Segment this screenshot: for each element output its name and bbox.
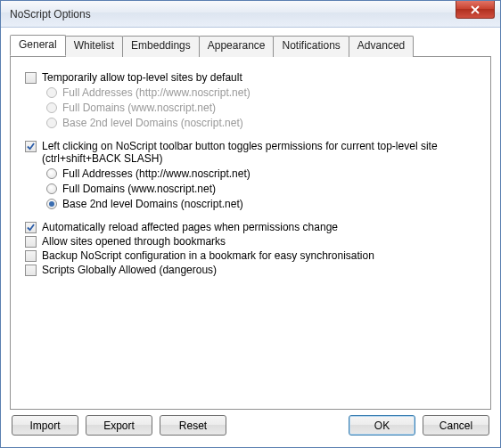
radio-temp-base-domains xyxy=(46,118,57,128)
reset-button[interactable]: Reset xyxy=(160,415,226,436)
checkbox-left-click-label: Left clicking on NoScript toolbar button… xyxy=(42,140,476,165)
checkbox-left-click[interactable] xyxy=(25,141,37,152)
checkbox-scripts-global[interactable] xyxy=(25,265,37,276)
checkbox-temp-allow-label: Temporarily allow top-level sites by def… xyxy=(42,71,242,84)
button-label: Cancel xyxy=(439,419,472,432)
close-button[interactable] xyxy=(456,1,495,19)
button-label: Export xyxy=(103,419,135,432)
radio-label: Base 2nd level Domains (noscript.net) xyxy=(62,198,243,210)
radio-temp-full-addresses xyxy=(46,87,57,98)
tab-label: Notifications xyxy=(282,39,340,52)
checkbox-temp-allow[interactable] xyxy=(25,72,37,84)
ok-button[interactable]: OK xyxy=(349,415,415,436)
group-left-click: Left clicking on NoScript toolbar button… xyxy=(25,140,476,210)
group-temp-allow: Temporarily allow top-level sites by def… xyxy=(25,71,476,129)
window-title: NoScript Options xyxy=(10,8,91,20)
checkbox-allow-bookmarks[interactable] xyxy=(25,236,37,248)
tab-label: Embeddings xyxy=(131,39,191,52)
radio-label: Base 2nd level Domains (noscript.net) xyxy=(62,117,243,129)
radio-click-full-domains[interactable] xyxy=(46,183,57,194)
tab-label: Appearance xyxy=(208,39,266,52)
radio-click-base-domains[interactable] xyxy=(46,199,57,209)
radio-label: Full Addresses (http://www.noscript.net) xyxy=(62,86,250,99)
button-bar: Import Export Reset OK Cancel xyxy=(10,410,491,436)
button-label: Import xyxy=(29,419,60,432)
tab-appearance[interactable]: Appearance xyxy=(199,36,275,57)
radio-label: Full Domains (www.noscript.net) xyxy=(62,102,216,114)
tab-label: Advanced xyxy=(357,39,405,52)
checkbox-label: Backup NoScript configuration in a bookm… xyxy=(42,249,374,262)
tab-label: Whitelist xyxy=(74,39,114,52)
checkbox-auto-reload[interactable] xyxy=(25,222,37,233)
titlebar: NoScript Options xyxy=(1,1,500,28)
tabstrip: General Whitelist Embeddings Appearance … xyxy=(10,35,491,56)
checkbox-label: Scripts Globally Allowed (dangerous) xyxy=(42,264,217,276)
import-button[interactable]: Import xyxy=(12,415,78,436)
checkbox-backup-bookmark[interactable] xyxy=(25,250,37,262)
radio-temp-full-domains xyxy=(46,102,57,113)
content-area: General Whitelist Embeddings Appearance … xyxy=(1,28,500,444)
radio-label: Full Domains (www.noscript.net) xyxy=(62,183,216,195)
tab-notifications[interactable]: Notifications xyxy=(273,36,349,57)
radio-click-full-addresses[interactable] xyxy=(46,168,57,179)
tab-panel-general: Temporarily allow top-level sites by def… xyxy=(10,56,491,410)
checkbox-label: Automatically reload affected pages when… xyxy=(42,221,338,233)
radio-label: Full Addresses (http://www.noscript.net) xyxy=(62,167,250,180)
button-label: Reset xyxy=(179,419,207,432)
group-extras: Automatically reload affected pages when… xyxy=(25,221,476,276)
spacer xyxy=(234,415,341,436)
tab-advanced[interactable]: Advanced xyxy=(349,36,414,57)
checkbox-label: Allow sites opened through bookmarks xyxy=(42,235,226,248)
tab-embeddings[interactable]: Embeddings xyxy=(122,36,200,57)
tab-label: General xyxy=(19,38,57,51)
close-icon xyxy=(471,5,480,14)
tab-whitelist[interactable]: Whitelist xyxy=(65,36,123,57)
tab-general[interactable]: General xyxy=(10,35,66,56)
export-button[interactable]: Export xyxy=(86,415,152,436)
button-label: OK xyxy=(374,419,390,432)
cancel-button[interactable]: Cancel xyxy=(423,415,489,436)
